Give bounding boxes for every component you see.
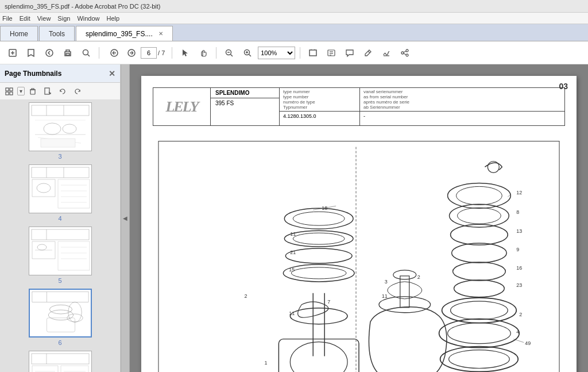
svg-point-27 [401, 52, 404, 54]
svg-line-29 [404, 51, 406, 52]
create-button[interactable] [5, 45, 21, 61]
tab-bar: Home Tools splendimo_395_FS.... ✕ [0, 24, 588, 41]
separator-4 [300, 47, 300, 59]
svg-text:2: 2 [245, 293, 247, 299]
tab-tools[interactable]: Tools [39, 26, 75, 41]
svg-rect-33 [6, 92, 9, 95]
menu-view[interactable]: View [37, 15, 51, 22]
signature-button[interactable] [378, 45, 394, 61]
svg-text:7: 7 [327, 299, 330, 305]
back-button[interactable] [41, 45, 57, 61]
svg-rect-31 [6, 88, 9, 91]
menu-window[interactable]: Window [77, 15, 99, 22]
pdf-page: 03 LELY SPLENDIMO 395 FS type nummer typ… [141, 76, 577, 372]
thumbnail-page-7[interactable]: 7 [2, 351, 118, 372]
sidebar: Page Thumbnails ✕ ▾ [0, 64, 121, 372]
zoom-out-button[interactable] [221, 45, 237, 61]
svg-rect-34 [10, 92, 13, 95]
page-number: 03 [559, 82, 568, 91]
thumbnail-page-4[interactable]: 4 [2, 164, 118, 222]
svg-text:11: 11 [382, 293, 388, 299]
svg-text:1: 1 [264, 361, 267, 366]
thumbnail-frame-4 [29, 164, 92, 213]
sidebar-collapse-button[interactable]: ◀ [121, 64, 130, 372]
svg-line-13 [231, 54, 233, 56]
extract-button[interactable] [41, 85, 55, 98]
product-model: 395 FS [211, 98, 279, 108]
rotate-cw-button[interactable] [71, 85, 84, 98]
thumbnails-panel[interactable]: 3 [0, 100, 120, 372]
tab-tools-label: Tools [49, 30, 65, 38]
logo-text: LELY [165, 98, 198, 116]
fit-page-button[interactable] [305, 45, 321, 61]
hand-tool-button[interactable] [195, 45, 211, 61]
thumbnail-frame-3 [29, 102, 92, 151]
comment-button[interactable] [342, 45, 358, 61]
tab-document[interactable]: splendimo_395_FS.... ✕ [76, 26, 173, 41]
svg-text:16: 16 [516, 265, 522, 271]
svg-rect-48 [29, 165, 91, 213]
thumbnail-page-6[interactable]: 6 [2, 289, 118, 346]
svg-point-6 [83, 49, 88, 55]
serial-value: - [360, 112, 564, 121]
page-navigation: / 7 [106, 45, 165, 61]
pdf-type-column: type nummer type number numéro de type T… [280, 88, 360, 125]
thumbnail-frame-6 [29, 289, 92, 338]
menu-edit[interactable]: Edit [20, 15, 30, 22]
menu-sign[interactable]: Sign [57, 15, 70, 22]
forms-button[interactable] [323, 45, 339, 61]
page-up-button[interactable] [106, 45, 122, 61]
tab-document-label: splendimo_395_FS.... [86, 30, 153, 38]
bookmark-button[interactable] [23, 45, 39, 61]
thumbnail-dropdown[interactable]: ▾ [17, 87, 25, 95]
search-button[interactable] [78, 45, 94, 61]
toolbar: / 7 100% 50% 75% 125% 150% 200% [0, 41, 588, 64]
thumbnail-page-5[interactable]: 5 [2, 227, 118, 284]
svg-rect-19 [310, 50, 316, 56]
svg-text:2: 2 [519, 312, 522, 317]
zoom-dropdown[interactable]: 100% 50% 75% 125% 150% 200% [258, 47, 295, 59]
svg-point-26 [406, 49, 408, 52]
svg-text:11: 11 [289, 310, 295, 316]
svg-text:23: 23 [516, 282, 522, 288]
share-button[interactable] [397, 45, 413, 61]
svg-rect-47 [41, 139, 75, 147]
svg-text:11: 11 [290, 231, 296, 237]
menu-help[interactable]: Help [107, 15, 120, 22]
page-down-button[interactable] [123, 45, 140, 61]
pdf-header-table: LELY SPLENDIMO 395 FS type nummer type n… [153, 87, 565, 126]
sidebar-header: Page Thumbnails ✕ [0, 64, 120, 83]
svg-rect-77 [29, 351, 91, 372]
svg-line-30 [404, 53, 406, 55]
zoom-in-button[interactable] [239, 45, 256, 61]
parts-diagram: 18 11 21 15 11 [153, 135, 565, 372]
print-button[interactable] [60, 45, 76, 61]
delete-thumbnail-button[interactable] [26, 85, 40, 98]
tab-home-label: Home [10, 30, 28, 38]
tab-close-button[interactable]: ✕ [158, 30, 163, 37]
pdf-product-info: SPLENDIMO 395 FS [211, 88, 280, 125]
thumbnail-page-3[interactable]: 3 [2, 102, 118, 160]
svg-line-16 [249, 54, 252, 56]
sidebar-close-button[interactable]: ✕ [109, 69, 115, 78]
svg-line-24 [368, 51, 370, 53]
rotate-ccw-button[interactable] [56, 85, 69, 98]
pdf-viewer[interactable]: 03 LELY SPLENDIMO 395 FS type nummer typ… [130, 64, 588, 372]
svg-text:2: 2 [417, 274, 420, 280]
pen-button[interactable] [360, 45, 376, 61]
page-number-input[interactable] [141, 47, 157, 59]
pdf-logo: LELY [153, 88, 211, 125]
thumbnail-label-6: 6 [58, 339, 61, 346]
sidebar-title: Page Thumbnails [5, 70, 61, 78]
type-value: 4.1280.1305.0 [280, 112, 359, 121]
tab-home[interactable]: Home [0, 26, 38, 41]
col-header-serial: vanaf serienummer as from serial number … [360, 88, 564, 112]
svg-text:13: 13 [516, 228, 522, 234]
pdf-serial-column: vanaf serienummer as from serial number … [360, 88, 564, 125]
select-tool-button[interactable] [177, 45, 193, 61]
menu-file[interactable]: File [2, 15, 13, 22]
title-bar: splendimo_395_FS.pdf - Adobe Acrobat Pro… [0, 0, 588, 13]
thumbnail-view-button[interactable] [2, 85, 16, 98]
svg-line-7 [88, 54, 90, 56]
col-header-type: type nummer type number numéro de type T… [280, 88, 359, 112]
